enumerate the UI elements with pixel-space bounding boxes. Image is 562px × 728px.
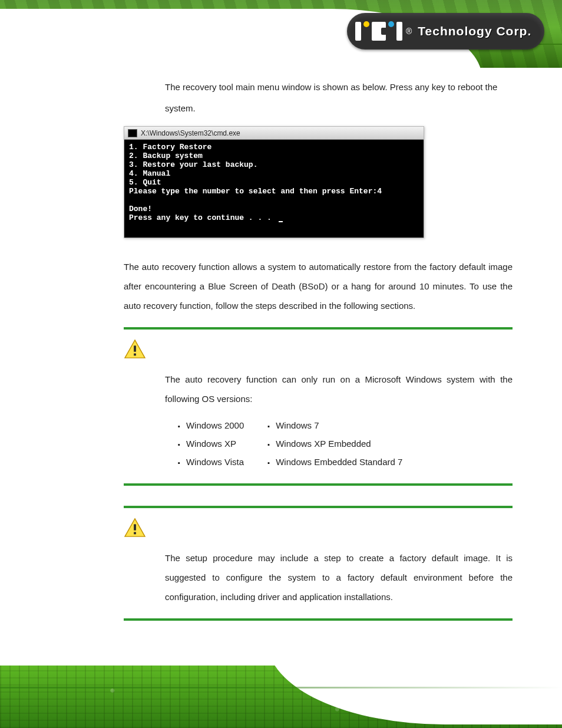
- footer-curve: [267, 666, 562, 724]
- cmd-cursor: [279, 221, 283, 222]
- cmd-window: X:\Windows\System32\cmd.exe 1. Factory R…: [124, 126, 424, 238]
- warning-icon: [124, 339, 146, 359]
- list-item: Windows 2000: [178, 417, 244, 435]
- list-item: Windows 7: [267, 417, 402, 435]
- page-content: The recovery tool main menu window is sh…: [124, 77, 513, 641]
- cmd-body: 1. Factory Restore 2. Backup system 3. R…: [124, 140, 424, 238]
- cmd-title-bar: X:\Windows\System32\cmd.exe: [124, 127, 424, 140]
- registered-mark: ®: [406, 27, 412, 36]
- warning-1-body: The auto recovery function can only run …: [165, 374, 513, 404]
- warning-2-text: The setup procedure may include a step t…: [165, 548, 513, 607]
- page-footer: [0, 666, 562, 728]
- brand-name: Technology Corp.: [418, 24, 531, 38]
- cmd-icon: [128, 129, 137, 137]
- svg-rect-2: [134, 354, 136, 356]
- description-paragraph: The auto recovery function allows a syst…: [124, 257, 513, 315]
- svg-rect-5: [134, 532, 136, 534]
- warning-callout-1: The auto recovery function can only run …: [124, 327, 513, 485]
- cmd-title-text: X:\Windows\System32\cmd.exe: [141, 129, 240, 137]
- list-item: Windows XP Embedded: [267, 435, 402, 453]
- intro-paragraph: The recovery tool main menu window is sh…: [124, 77, 513, 119]
- cmd-body-text: 1. Factory Restore 2. Backup system 3. R…: [129, 143, 382, 222]
- svg-rect-1: [134, 346, 136, 352]
- warning-1-text: The auto recovery function can only run …: [165, 370, 513, 471]
- warning-icon: [124, 518, 146, 538]
- list-item: Windows Vista: [178, 453, 244, 472]
- logo-mark: [355, 21, 402, 41]
- warning-callout-2: The setup procedure may include a step t…: [124, 506, 513, 621]
- footer-accent-rail: [0, 687, 562, 689]
- list-item: Windows Embedded Standard 7: [267, 453, 402, 472]
- page-header: ® Technology Corp.: [0, 0, 562, 68]
- svg-rect-4: [134, 524, 136, 530]
- brand-pill: ® Technology Corp.: [347, 13, 544, 50]
- os-version-list: Windows 2000 Windows XP Windows Vista Wi…: [178, 417, 513, 471]
- list-item: Windows XP: [178, 435, 244, 453]
- os-col-2: Windows 7 Windows XP Embedded Windows Em…: [267, 417, 402, 471]
- os-col-1: Windows 2000 Windows XP Windows Vista: [178, 417, 244, 471]
